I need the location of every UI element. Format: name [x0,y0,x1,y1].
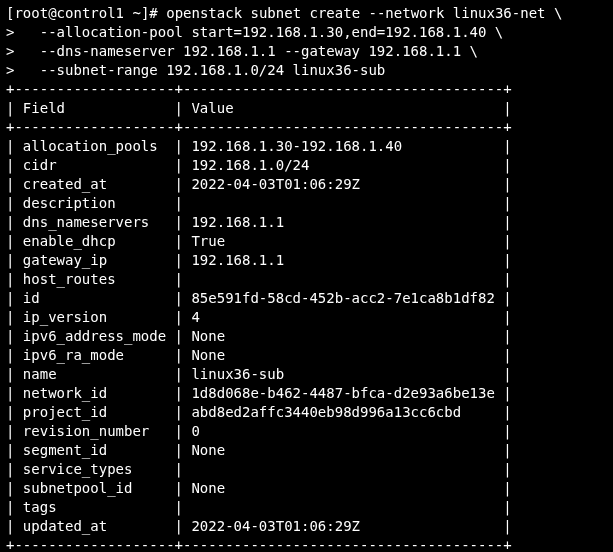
terminal-output[interactable]: [root@control1 ~]# openstack subnet crea… [0,0,613,552]
table-cell-field: created_at [23,176,175,192]
table-cell-value: abd8ed2affc3440eb98d996a13cc6cbd [191,404,503,420]
separator-line: +-------------------+-------------------… [6,81,512,97]
command-continuation[interactable]: > --allocation-pool start=192.168.1.30,e… [6,23,607,42]
command-text: --allocation-pool start=192.168.1.30,end… [23,24,503,40]
command-line[interactable]: [root@control1 ~]# openstack subnet crea… [6,4,607,23]
table-cell-value: 85e591fd-58cd-452b-acc2-7e1ca8b1df82 [191,290,503,306]
table-separator: +-------------------+-------------------… [6,80,607,99]
table-row: | updated_at | 2022-04-03T01:06:29Z | [6,517,607,536]
table-cell-value: None [191,480,503,496]
table-cell-value: 2022-04-03T01:06:29Z [191,176,503,192]
table-cell-field: cidr [23,157,175,173]
table-cell-field: name [23,366,175,382]
table-row: | cidr | 192.168.1.0/24 | [6,156,607,175]
table-cell-value: None [191,328,503,344]
separator-line: +-------------------+-------------------… [6,537,512,552]
table-cell-field: network_id [23,385,175,401]
table-row: | allocation_pools | 192.168.1.30-192.16… [6,137,607,156]
continuation-marker: > [6,43,23,59]
command-text: openstack subnet create --network linux3… [166,5,562,21]
table-cell-value: None [191,347,503,363]
table-cell-field: allocation_pools [23,138,175,154]
table-row: | ipv6_address_mode | None | [6,327,607,346]
table-cell-field: id [23,290,175,306]
table-cell-field: project_id [23,404,175,420]
table-cell-value: 0 [191,423,503,439]
table-cell-field: ip_version [23,309,175,325]
table-cell-value: 4 [191,309,503,325]
command-text: --dns-nameserver 192.168.1.1 --gateway 1… [23,43,478,59]
table-cell-field: revision_number [23,423,175,439]
table-cell-field: ipv6_address_mode [23,328,175,344]
table-cell-value: 192.168.1.0/24 [191,157,503,173]
table-row: | revision_number | 0 | [6,422,607,441]
table-cell-field: updated_at [23,518,175,534]
table-separator: +-------------------+-------------------… [6,118,607,137]
table-cell-value [191,195,503,211]
separator-line: +-------------------+-------------------… [6,119,512,135]
table-row: | name | linux36-sub | [6,365,607,384]
table-cell-value: 192.168.1.1 [191,252,503,268]
table-row: | description | | [6,194,607,213]
table-row: | ipv6_ra_mode | None | [6,346,607,365]
continuation-marker: > [6,62,23,78]
table-separator: +-------------------+-------------------… [6,536,607,552]
table-row: | enable_dhcp | True | [6,232,607,251]
continuation-marker: > [6,24,23,40]
table-cell-value [191,499,503,515]
prompt-host: control1 [57,5,124,21]
prompt-path: ~ [132,5,140,21]
table-header-field: Field [23,100,175,116]
table-cell-value: 192.168.1.1 [191,214,503,230]
table-row: | service_types | | [6,460,607,479]
table-cell-field: host_routes [23,271,175,287]
table-row: | dns_nameservers | 192.168.1.1 | [6,213,607,232]
table-row: | id | 85e591fd-58cd-452b-acc2-7e1ca8b1d… [6,289,607,308]
table-row: | ip_version | 4 | [6,308,607,327]
table-cell-field: service_types [23,461,175,477]
table-cell-value: None [191,442,503,458]
table-cell-value: linux36-sub [191,366,503,382]
command-continuation[interactable]: > --dns-nameserver 192.168.1.1 --gateway… [6,42,607,61]
table-cell-field: segment_id [23,442,175,458]
table-cell-field: subnetpool_id [23,480,175,496]
table-cell-value: 1d8d068e-b462-4487-bfca-d2e93a6be13e [191,385,503,401]
table-cell-value: 192.168.1.30-192.168.1.40 [191,138,503,154]
table-cell-field: ipv6_ra_mode [23,347,175,363]
command-text: --subnet-range 192.168.1.0/24 linux36-su… [23,62,385,78]
table-cell-value [191,271,503,287]
prompt-symbol: # [149,5,166,21]
table-row: | created_at | 2022-04-03T01:06:29Z | [6,175,607,194]
table-row: | segment_id | None | [6,441,607,460]
table-row: | subnetpool_id | None | [6,479,607,498]
table-row: | host_routes | | [6,270,607,289]
table-cell-value: True [191,233,503,249]
table-row: | project_id | abd8ed2affc3440eb98d996a1… [6,403,607,422]
table-cell-field: dns_nameservers [23,214,175,230]
table-row: | tags | | [6,498,607,517]
table-row: | gateway_ip | 192.168.1.1 | [6,251,607,270]
table-header-row: | Field | Value | [6,99,607,118]
command-continuation[interactable]: > --subnet-range 192.168.1.0/24 linux36-… [6,61,607,80]
table-cell-value [191,461,503,477]
table-cell-field: gateway_ip [23,252,175,268]
table-header-value: Value [191,100,503,116]
table-cell-field: description [23,195,175,211]
prompt-at: @ [48,5,56,21]
prompt-user: root [14,5,48,21]
table-cell-field: tags [23,499,175,515]
table-row: | network_id | 1d8d068e-b462-4487-bfca-d… [6,384,607,403]
table-cell-field: enable_dhcp [23,233,175,249]
table-cell-value: 2022-04-03T01:06:29Z [191,518,503,534]
